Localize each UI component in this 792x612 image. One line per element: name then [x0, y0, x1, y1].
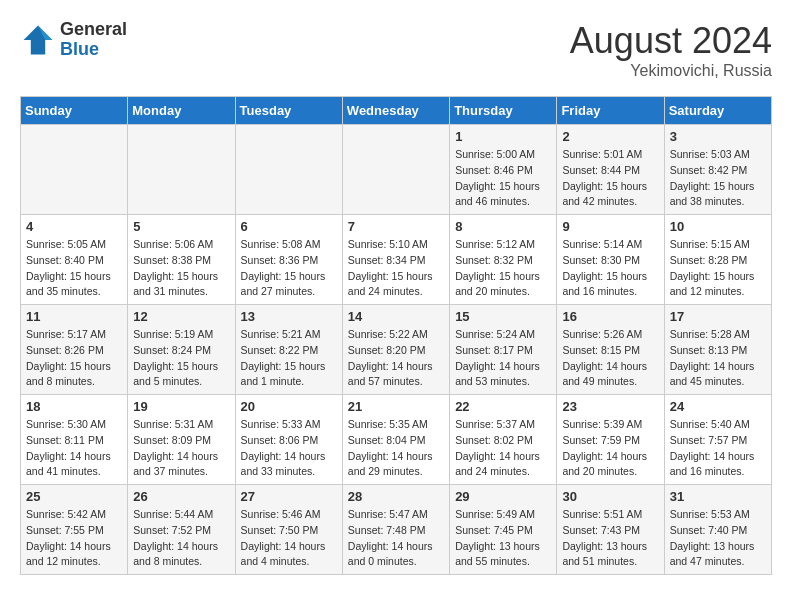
calendar-cell — [128, 125, 235, 215]
day-number: 31 — [670, 489, 766, 504]
day-detail: Sunrise: 5:44 AMSunset: 7:52 PMDaylight:… — [133, 507, 229, 570]
day-detail: Sunrise: 5:46 AMSunset: 7:50 PMDaylight:… — [241, 507, 337, 570]
logo: General Blue — [20, 20, 127, 60]
day-number: 10 — [670, 219, 766, 234]
calendar-cell: 16Sunrise: 5:26 AMSunset: 8:15 PMDayligh… — [557, 305, 664, 395]
calendar-cell: 29Sunrise: 5:49 AMSunset: 7:45 PMDayligh… — [450, 485, 557, 575]
day-number: 15 — [455, 309, 551, 324]
calendar-cell: 3Sunrise: 5:03 AMSunset: 8:42 PMDaylight… — [664, 125, 771, 215]
calendar-week-row: 4Sunrise: 5:05 AMSunset: 8:40 PMDaylight… — [21, 215, 772, 305]
calendar-cell: 25Sunrise: 5:42 AMSunset: 7:55 PMDayligh… — [21, 485, 128, 575]
day-number: 23 — [562, 399, 658, 414]
calendar-cell: 30Sunrise: 5:51 AMSunset: 7:43 PMDayligh… — [557, 485, 664, 575]
calendar-cell: 21Sunrise: 5:35 AMSunset: 8:04 PMDayligh… — [342, 395, 449, 485]
calendar-cell: 6Sunrise: 5:08 AMSunset: 8:36 PMDaylight… — [235, 215, 342, 305]
weekday-header: Saturday — [664, 97, 771, 125]
day-detail: Sunrise: 5:05 AMSunset: 8:40 PMDaylight:… — [26, 237, 122, 300]
header-row: SundayMondayTuesdayWednesdayThursdayFrid… — [21, 97, 772, 125]
day-detail: Sunrise: 5:06 AMSunset: 8:38 PMDaylight:… — [133, 237, 229, 300]
calendar-cell: 15Sunrise: 5:24 AMSunset: 8:17 PMDayligh… — [450, 305, 557, 395]
weekday-header: Monday — [128, 97, 235, 125]
day-number: 25 — [26, 489, 122, 504]
day-detail: Sunrise: 5:49 AMSunset: 7:45 PMDaylight:… — [455, 507, 551, 570]
calendar-cell: 5Sunrise: 5:06 AMSunset: 8:38 PMDaylight… — [128, 215, 235, 305]
calendar-cell: 27Sunrise: 5:46 AMSunset: 7:50 PMDayligh… — [235, 485, 342, 575]
day-number: 18 — [26, 399, 122, 414]
day-detail: Sunrise: 5:53 AMSunset: 7:40 PMDaylight:… — [670, 507, 766, 570]
weekday-header: Tuesday — [235, 97, 342, 125]
calendar-cell — [342, 125, 449, 215]
weekday-header: Thursday — [450, 97, 557, 125]
weekday-header: Wednesday — [342, 97, 449, 125]
day-detail: Sunrise: 5:14 AMSunset: 8:30 PMDaylight:… — [562, 237, 658, 300]
calendar-cell: 12Sunrise: 5:19 AMSunset: 8:24 PMDayligh… — [128, 305, 235, 395]
page-header: General Blue August 2024 Yekimovichi, Ru… — [20, 20, 772, 80]
calendar-cell: 24Sunrise: 5:40 AMSunset: 7:57 PMDayligh… — [664, 395, 771, 485]
calendar-cell: 4Sunrise: 5:05 AMSunset: 8:40 PMDaylight… — [21, 215, 128, 305]
day-detail: Sunrise: 5:39 AMSunset: 7:59 PMDaylight:… — [562, 417, 658, 480]
calendar-cell: 28Sunrise: 5:47 AMSunset: 7:48 PMDayligh… — [342, 485, 449, 575]
calendar-cell: 7Sunrise: 5:10 AMSunset: 8:34 PMDaylight… — [342, 215, 449, 305]
day-detail: Sunrise: 5:19 AMSunset: 8:24 PMDaylight:… — [133, 327, 229, 390]
day-number: 7 — [348, 219, 444, 234]
day-number: 13 — [241, 309, 337, 324]
day-detail: Sunrise: 5:33 AMSunset: 8:06 PMDaylight:… — [241, 417, 337, 480]
day-detail: Sunrise: 5:22 AMSunset: 8:20 PMDaylight:… — [348, 327, 444, 390]
day-number: 26 — [133, 489, 229, 504]
calendar-cell: 20Sunrise: 5:33 AMSunset: 8:06 PMDayligh… — [235, 395, 342, 485]
day-number: 20 — [241, 399, 337, 414]
day-number: 17 — [670, 309, 766, 324]
day-detail: Sunrise: 5:51 AMSunset: 7:43 PMDaylight:… — [562, 507, 658, 570]
calendar-table: SundayMondayTuesdayWednesdayThursdayFrid… — [20, 96, 772, 575]
day-number: 19 — [133, 399, 229, 414]
day-number: 16 — [562, 309, 658, 324]
day-detail: Sunrise: 5:26 AMSunset: 8:15 PMDaylight:… — [562, 327, 658, 390]
calendar-week-row: 1Sunrise: 5:00 AMSunset: 8:46 PMDaylight… — [21, 125, 772, 215]
day-number: 21 — [348, 399, 444, 414]
day-number: 11 — [26, 309, 122, 324]
day-detail: Sunrise: 5:21 AMSunset: 8:22 PMDaylight:… — [241, 327, 337, 390]
logo-general-text: General — [60, 20, 127, 40]
day-number: 5 — [133, 219, 229, 234]
day-detail: Sunrise: 5:03 AMSunset: 8:42 PMDaylight:… — [670, 147, 766, 210]
calendar-week-row: 11Sunrise: 5:17 AMSunset: 8:26 PMDayligh… — [21, 305, 772, 395]
day-number: 28 — [348, 489, 444, 504]
day-number: 4 — [26, 219, 122, 234]
logo-icon — [20, 22, 56, 58]
day-detail: Sunrise: 5:28 AMSunset: 8:13 PMDaylight:… — [670, 327, 766, 390]
day-number: 6 — [241, 219, 337, 234]
calendar-cell: 31Sunrise: 5:53 AMSunset: 7:40 PMDayligh… — [664, 485, 771, 575]
day-number: 2 — [562, 129, 658, 144]
calendar-week-row: 25Sunrise: 5:42 AMSunset: 7:55 PMDayligh… — [21, 485, 772, 575]
day-detail: Sunrise: 5:37 AMSunset: 8:02 PMDaylight:… — [455, 417, 551, 480]
title-block: August 2024 Yekimovichi, Russia — [570, 20, 772, 80]
day-detail: Sunrise: 5:10 AMSunset: 8:34 PMDaylight:… — [348, 237, 444, 300]
day-detail: Sunrise: 5:15 AMSunset: 8:28 PMDaylight:… — [670, 237, 766, 300]
day-number: 29 — [455, 489, 551, 504]
day-detail: Sunrise: 5:17 AMSunset: 8:26 PMDaylight:… — [26, 327, 122, 390]
day-number: 27 — [241, 489, 337, 504]
day-number: 1 — [455, 129, 551, 144]
month-year-title: August 2024 — [570, 20, 772, 62]
day-number: 9 — [562, 219, 658, 234]
day-detail: Sunrise: 5:47 AMSunset: 7:48 PMDaylight:… — [348, 507, 444, 570]
calendar-cell: 26Sunrise: 5:44 AMSunset: 7:52 PMDayligh… — [128, 485, 235, 575]
logo-blue-text: Blue — [60, 40, 127, 60]
day-detail: Sunrise: 5:08 AMSunset: 8:36 PMDaylight:… — [241, 237, 337, 300]
calendar-cell: 1Sunrise: 5:00 AMSunset: 8:46 PMDaylight… — [450, 125, 557, 215]
calendar-week-row: 18Sunrise: 5:30 AMSunset: 8:11 PMDayligh… — [21, 395, 772, 485]
location-subtitle: Yekimovichi, Russia — [570, 62, 772, 80]
day-detail: Sunrise: 5:31 AMSunset: 8:09 PMDaylight:… — [133, 417, 229, 480]
weekday-header: Friday — [557, 97, 664, 125]
day-number: 30 — [562, 489, 658, 504]
calendar-cell: 19Sunrise: 5:31 AMSunset: 8:09 PMDayligh… — [128, 395, 235, 485]
calendar-cell: 17Sunrise: 5:28 AMSunset: 8:13 PMDayligh… — [664, 305, 771, 395]
day-detail: Sunrise: 5:42 AMSunset: 7:55 PMDaylight:… — [26, 507, 122, 570]
day-number: 24 — [670, 399, 766, 414]
day-number: 12 — [133, 309, 229, 324]
logo-text: General Blue — [60, 20, 127, 60]
calendar-cell: 14Sunrise: 5:22 AMSunset: 8:20 PMDayligh… — [342, 305, 449, 395]
calendar-cell: 9Sunrise: 5:14 AMSunset: 8:30 PMDaylight… — [557, 215, 664, 305]
calendar-cell: 10Sunrise: 5:15 AMSunset: 8:28 PMDayligh… — [664, 215, 771, 305]
day-detail: Sunrise: 5:01 AMSunset: 8:44 PMDaylight:… — [562, 147, 658, 210]
